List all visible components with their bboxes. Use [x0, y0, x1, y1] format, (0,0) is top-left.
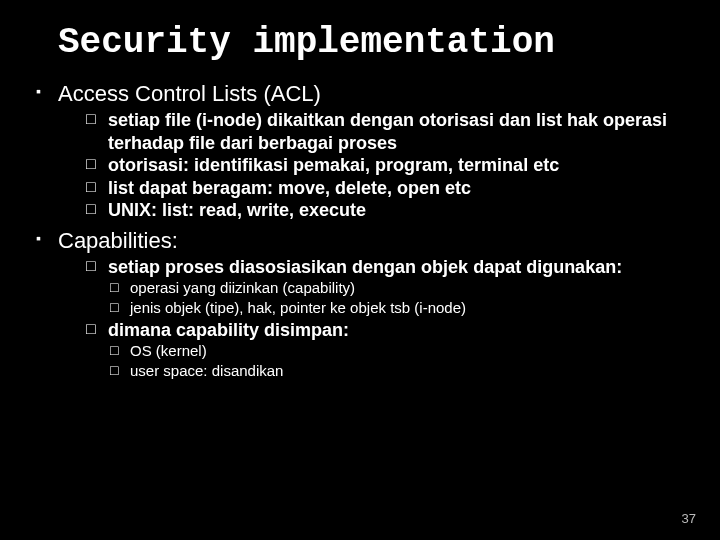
cap-item-0-sublist: operasi yang diizinkan (capability) jeni…	[108, 278, 692, 319]
cap-sublist: setiap proses diasosiasikan dengan objek…	[58, 256, 692, 382]
cap-item-1-sublist: OS (kernel) user space: disandikan	[108, 341, 692, 382]
content-list: Access Control Lists (ACL) setiap file (…	[28, 81, 692, 382]
acl-item-3: UNIX: list: read, write, execute	[108, 199, 692, 222]
acl-item-1: otorisasi: identifikasi pemakai, program…	[108, 154, 692, 177]
bullet-label: Capabilities:	[58, 228, 178, 253]
bullet-acl: Access Control Lists (ACL) setiap file (…	[36, 81, 692, 222]
bullet-label: Access Control Lists (ACL)	[58, 81, 321, 106]
cap-1-sub-0: OS (kernel)	[130, 341, 692, 361]
bullet-capabilities: Capabilities: setiap proses diasosiasika…	[36, 228, 692, 382]
page-number: 37	[682, 511, 696, 526]
cap-0-sub-1: jenis objek (tipe), hak, pointer ke obje…	[130, 298, 692, 318]
cap-item-1-label: dimana capability disimpan:	[108, 320, 349, 340]
cap-0-sub-0: operasi yang diizinkan (capability)	[130, 278, 692, 298]
cap-item-0-label: setiap proses diasosiasikan dengan objek…	[108, 257, 622, 277]
cap-item-1: dimana capability disimpan: OS (kernel) …	[108, 319, 692, 382]
acl-sublist: setiap file (i-node) dikaitkan dengan ot…	[58, 109, 692, 222]
cap-item-0: setiap proses diasosiasikan dengan objek…	[108, 256, 692, 319]
cap-1-sub-1: user space: disandikan	[130, 361, 692, 381]
slide: Security implementation Access Control L…	[0, 0, 720, 540]
slide-title: Security implementation	[58, 22, 692, 63]
acl-item-2: list dapat beragam: move, delete, open e…	[108, 177, 692, 200]
acl-item-0: setiap file (i-node) dikaitkan dengan ot…	[108, 109, 692, 154]
